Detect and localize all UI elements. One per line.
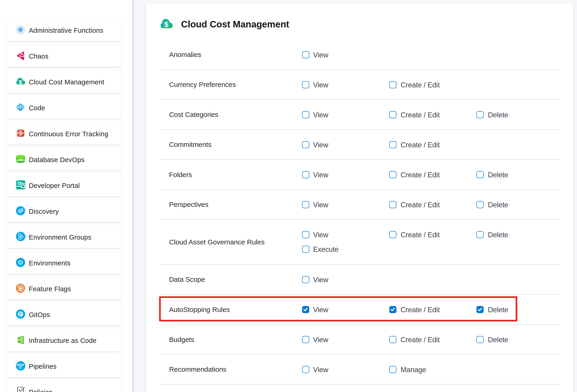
svg-text:$: $ [164, 21, 168, 29]
svg-text:$: $ [19, 79, 22, 85]
